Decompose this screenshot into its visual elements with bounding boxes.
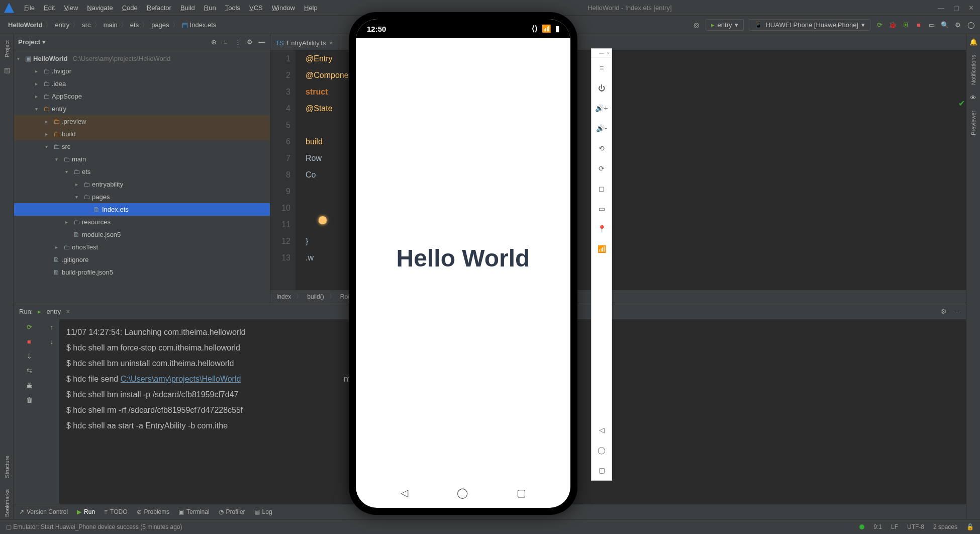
rerun-icon[interactable]: ⟳ [27, 323, 32, 331]
tree-item-entry[interactable]: ▾🗀 entry [14, 103, 270, 115]
tree-item-build-profile-json5[interactable]: 🗎 build-profile.json5 [14, 266, 270, 279]
notifications-tab[interactable]: Notifications [970, 53, 976, 87]
menu-help[interactable]: Help [300, 2, 322, 14]
wrap-icon[interactable]: ⇆ [27, 367, 32, 375]
coverage-button[interactable]: ⛨ [902, 21, 910, 29]
up-arrow-icon[interactable]: ↑ [50, 323, 54, 331]
target-icon[interactable]: ◎ [693, 21, 701, 29]
stop-icon[interactable]: ■ [27, 338, 31, 345]
bell-icon[interactable]: 🔔 [969, 38, 977, 46]
battery-ctl-icon[interactable]: ▭ [592, 199, 612, 219]
previewer-tab[interactable]: Previewer [970, 109, 976, 137]
crumb[interactable]: src [82, 21, 90, 29]
down-icon[interactable]: ⇓ [27, 352, 32, 360]
read-lock-icon[interactable]: 🔓 [966, 523, 974, 530]
eye-icon[interactable]: 👁 [970, 94, 976, 102]
crumb[interactable]: entry [55, 21, 69, 29]
home-icon[interactable]: ◯ [592, 440, 612, 460]
menu-window[interactable]: Window [268, 2, 299, 14]
tree-item-build[interactable]: ▸🗀 build [14, 128, 270, 140]
nav-home-icon[interactable]: ◯ [457, 487, 468, 499]
print-icon[interactable]: 🖶 [26, 382, 33, 389]
tree-item--idea[interactable]: ▸🗀 .idea [14, 77, 270, 90]
encoding[interactable]: UTF-8 [907, 523, 924, 530]
tree-item-module-json5[interactable]: 🗎 module.json5 [14, 228, 270, 241]
tree-item-ets[interactable]: ▾🗀 ets [14, 165, 270, 178]
settings-icon[interactable]: ⚙ [954, 21, 962, 29]
menu-refactor[interactable]: Refactor [143, 2, 175, 14]
menu-tools[interactable]: Tools [221, 2, 244, 14]
minimize-icon[interactable]: — [938, 4, 944, 12]
structure-tab[interactable]: Structure [4, 454, 10, 480]
tree-item-Index-ets[interactable]: 🗎 Index.ets [14, 203, 270, 216]
run-panel-config[interactable]: entry [46, 308, 61, 315]
trash-icon[interactable]: 🗑 [26, 396, 33, 404]
crumb-file[interactable]: ▤ Index.ets [182, 21, 217, 29]
expand-icon[interactable]: ≡ [222, 38, 230, 46]
project-tree[interactable]: ▾▣ HelloWorld C:\Users\amy\projects\Hell… [14, 50, 270, 303]
location-icon[interactable]: 📍 [592, 219, 612, 239]
line-sep[interactable]: LF [891, 523, 898, 530]
tree-item--gitignore[interactable]: 🗎 .gitignore [14, 253, 270, 266]
project-icon[interactable]: ▤ [4, 66, 10, 74]
tree-root[interactable]: ▾▣ HelloWorld C:\Users\amy\projects\Hell… [14, 52, 270, 65]
rotate-left-icon[interactable]: ⟲ [592, 138, 612, 158]
locate-icon[interactable]: ⊕ [210, 38, 218, 46]
tree-item-pages[interactable]: ▾🗀 pages [14, 191, 270, 203]
tab-terminal[interactable]: ▣ Terminal [178, 508, 209, 515]
project-tab[interactable]: Project [4, 38, 10, 59]
menu-code[interactable]: Code [118, 2, 142, 14]
rotate-right-icon[interactable]: ⟳ [592, 158, 612, 179]
hide-run-icon[interactable]: — [953, 307, 961, 315]
user-icon[interactable]: ◯ [967, 21, 975, 29]
tab-run[interactable]: ▶ Run [77, 508, 95, 515]
project-view-select[interactable]: Project ▾ [18, 38, 46, 46]
crumb[interactable]: pages [151, 21, 169, 29]
menu-vcs[interactable]: VCS [245, 2, 267, 14]
tree-item-src[interactable]: ▾🗀 src [14, 140, 270, 153]
tab-version-control[interactable]: ↗ Version Control [19, 508, 68, 515]
run-config-select[interactable]: ▸ entry ▾ [706, 19, 744, 31]
close-run-tab-icon[interactable]: × [66, 308, 70, 315]
maximize-icon[interactable]: ▢ [953, 4, 959, 12]
indent[interactable]: 2 spaces [933, 523, 957, 530]
menu-icon[interactable]: ≡ [592, 58, 612, 78]
tree-item--preview[interactable]: ▸🗀 .preview [14, 115, 270, 128]
tab-entryability[interactable]: TS EntryAbility.ts × [270, 36, 338, 50]
back-icon[interactable]: ◁ [592, 420, 612, 440]
recent-icon[interactable]: ▢ [592, 460, 612, 480]
crumb[interactable]: ets [130, 21, 139, 29]
tree-item-entryability[interactable]: ▸🗀 entryability [14, 178, 270, 191]
nav-back-icon[interactable]: ◁ [401, 487, 408, 499]
crumb[interactable]: main [104, 21, 118, 29]
tab-todo[interactable]: ≡ TODO [104, 508, 127, 515]
tree-item-ohosTest[interactable]: ▸🗀 ohosTest [14, 241, 270, 253]
crumb-project[interactable]: HelloWorld [8, 21, 42, 29]
tree-item--hvigor[interactable]: ▸🗀 .hvigor [14, 65, 270, 77]
close-icon[interactable]: ✕ [968, 4, 974, 12]
tab-profiler[interactable]: ◔ Profiler [219, 508, 245, 515]
menu-file[interactable]: File [20, 2, 39, 14]
ctl-close-icon[interactable]: × [607, 51, 610, 56]
panel-settings-icon[interactable]: ⚙ [246, 38, 254, 46]
menu-run[interactable]: Run [200, 2, 220, 14]
minimize-panel-icon[interactable]: — [258, 38, 266, 46]
search-icon[interactable]: 🔍 [941, 21, 949, 29]
menu-view[interactable]: View [60, 2, 82, 14]
phone-body[interactable]: Hello World [356, 38, 570, 478]
bookmarks-tab[interactable]: Bookmarks [4, 487, 10, 519]
collapse-icon[interactable]: ⋮ [234, 38, 242, 46]
tab-problems[interactable]: ⊘ Problems [137, 508, 170, 515]
folder-icon[interactable]: ▭ [928, 21, 936, 29]
close-tab-icon[interactable]: × [329, 39, 333, 47]
tree-item-main[interactable]: ▾🗀 main [14, 153, 270, 165]
volume-down-icon[interactable]: 🔊- [592, 118, 612, 138]
nav-recent-icon[interactable]: ▢ [517, 487, 526, 499]
power-icon[interactable]: ⏻ [592, 78, 612, 98]
menu-build[interactable]: Build [176, 2, 199, 14]
run-settings-icon[interactable]: ⚙ [940, 307, 948, 315]
menu-edit[interactable]: Edit [40, 2, 59, 14]
tree-item-AppScope[interactable]: ▸🗀 AppScope [14, 90, 270, 103]
run-button[interactable]: ⟳ [875, 21, 884, 29]
screenshot-icon[interactable]: ◻ [592, 179, 612, 199]
